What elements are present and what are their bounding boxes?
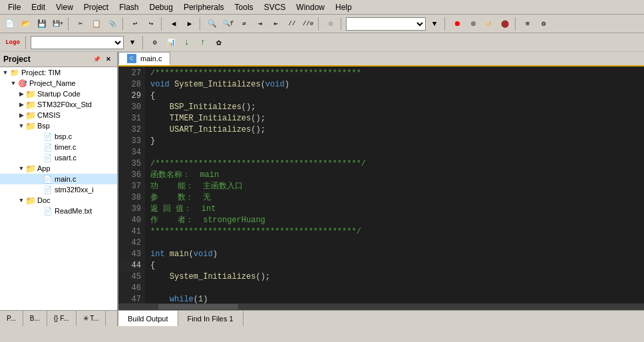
tree-item-main-c[interactable]: ▶ 📄 main.c [0,174,117,184]
tree-item-bsp[interactable]: ▼ 📁 Bsp [0,120,117,131]
custom-button[interactable]: ✿ [212,35,226,50]
manage-windows-button[interactable]: ⊞ [520,17,535,31]
tree-item-usart-c[interactable]: ▶ 📄 usart.c [0,152,117,163]
cut-button[interactable]: ✂ [73,17,88,31]
tree-item-startup-code[interactable]: ▶ 📁 Startup Code [0,88,117,99]
file-icon-bsp-c: 📄 [43,132,53,141]
tree-label-project-name: Project_Name [29,79,76,87]
panel-pin-button[interactable]: 📌 [91,54,102,65]
tree-toggle-doc[interactable]: ▼ [17,196,25,204]
nav-forward-button[interactable]: ▶ [182,17,197,31]
stop-button[interactable]: ⏺ [466,17,480,31]
horizontal-scrollbar[interactable] [118,303,644,310]
tree-toggle-stm32-std[interactable]: ▶ [17,100,25,108]
target-combo[interactable]: main [346,17,426,31]
logo-button[interactable]: Logo [3,35,23,50]
menu-tools[interactable]: Tools [230,1,259,13]
unindent-button[interactable]: ⇤ [269,17,283,31]
sep2 [122,17,125,31]
redo-button[interactable]: ↪ [144,17,158,31]
erase-button[interactable]: ↑ [196,35,210,50]
ln-32: 32 [118,124,141,136]
undo-button[interactable]: ↩ [128,17,142,31]
comment-button[interactable]: // [285,17,299,31]
bottom-tab-build[interactable]: Build Output [118,311,178,326]
build-button[interactable]: ⚙ [323,17,338,31]
ln-42: 42 [118,238,141,249]
ln-28: 28 [118,79,141,90]
panel-tab-t[interactable]: ✳ T... [77,311,106,326]
menu-debug[interactable]: Debug [144,1,178,13]
tree-item-bsp-c[interactable]: ▶ 📄 bsp.c [0,131,117,142]
tree-toggle-project-tim[interactable]: ▼ [1,69,9,77]
save-button[interactable]: 💾 [35,17,49,31]
download-button[interactable]: ↓ [180,35,194,50]
project-target-dropdown-button[interactable]: ▼ [125,35,140,50]
run-button[interactable]: ⏺ [450,17,464,31]
open-file-button[interactable]: 📂 [19,17,33,31]
tree-item-doc[interactable]: ▼ 📁 Doc [0,195,117,206]
tree-item-cmsis[interactable]: ▶ 📁 CMSIS [0,110,117,120]
uncomment-button[interactable]: //⊘ [301,17,315,31]
paste-button[interactable]: 📎 [105,17,120,31]
tab-file-icon: C [127,54,136,63]
tree-toggle-startup-code[interactable]: ▶ [17,90,25,98]
new-file-button[interactable]: 📄 [3,17,17,31]
tree-item-stm32-i[interactable]: ▶ 📄 stm32f0xx_i [0,184,117,195]
menu-project[interactable]: Project [79,1,114,13]
tree-toggle-project-name[interactable]: ▼ [9,79,17,87]
sep7 [444,17,447,31]
copy-button[interactable]: 📋 [89,17,104,31]
menu-peripherals[interactable]: Peripherals [178,1,230,13]
manage-project-button[interactable]: 📊 [164,35,178,50]
replace-button[interactable]: ⇄ [237,17,251,31]
tree-item-timer-c[interactable]: ▶ 📄 timer.c [0,142,117,152]
tree-item-project-tim[interactable]: ▼ 📁 Project: TIM [0,67,117,78]
tree-toggle-bsp[interactable]: ▼ [17,122,25,130]
menu-edit[interactable]: Edit [26,1,51,13]
settings-button[interactable]: ⚙ [536,17,551,31]
tree-toggle-cmsis[interactable]: ▶ [17,111,25,119]
save-all-button[interactable]: 💾+ [51,17,65,31]
reset-button[interactable]: ↺ [482,17,496,31]
ln-29: 29 [118,90,141,102]
sep6 [341,17,343,31]
tree-toggle-app[interactable]: ▼ [17,164,25,172]
nav-back-button[interactable]: ◀ [166,17,181,31]
menu-view[interactable]: View [51,1,79,13]
panel-tab-p[interactable]: P... [0,311,23,326]
menu-file[interactable]: File [3,1,26,13]
ln-46: 46 [118,283,141,294]
project-panel: Project 📌 ✕ ▼ 📁 Project: TIM ▼ 🎯 Project… [0,52,118,326]
panel-tab-b[interactable]: B... [23,311,47,326]
tree-label-usart-c: usart.c [55,154,77,162]
menu-help[interactable]: Help [330,1,357,13]
find-files-button[interactable]: 🔍f [221,17,236,31]
panel-close-button[interactable]: ✕ [103,54,114,65]
tree-item-project-name[interactable]: ▼ 🎯 Project_Name [0,78,117,88]
tree-item-stm32-std[interactable]: ▶ 📁 STM32F0xx_Std [0,99,117,110]
editor-tab-main-c[interactable]: C main.c [118,52,170,65]
toolbar-main: 📄 📂 💾 💾+ ✂ 📋 📎 ↩ ↪ ◀ ▶ 🔍 🔍f ⇄ ⇥ ⇤ // //⊘… [0,15,644,33]
target-select-button[interactable]: ▼ [427,17,442,31]
tree-item-readme[interactable]: ▶ 📄 ReadMe.txt [0,206,117,216]
project-panel-header: Project 📌 ✕ [0,52,117,67]
bottom-tab-find[interactable]: Find In Files 1 [178,311,243,326]
editor-area: C main.c 27 28 29 30 31 32 33 34 35 36 3… [118,52,644,326]
code-editor[interactable]: /***************************************… [145,67,644,303]
project-panel-title: Project [3,55,31,64]
panel-tab-f[interactable]: {} F... [47,311,77,326]
file-icon-stm32-i: 📄 [43,185,53,194]
sep4 [200,17,202,31]
menu-svcs[interactable]: SVCS [259,1,291,13]
indent-button[interactable]: ⇥ [253,17,267,31]
debug-button[interactable]: ⬤ [498,17,512,31]
menu-window[interactable]: Window [291,1,330,13]
find-button[interactable]: 🔍 [205,17,220,31]
hscroll-thumb[interactable] [158,304,238,309]
target-options-button[interactable]: ⚙ [148,35,162,50]
file-icon-usart-c: 📄 [43,153,53,162]
tree-item-app[interactable]: ▼ 📁 App [0,163,117,174]
menu-flash[interactable]: Flash [114,1,144,13]
project-target-combo[interactable]: Project_Name [31,36,124,49]
